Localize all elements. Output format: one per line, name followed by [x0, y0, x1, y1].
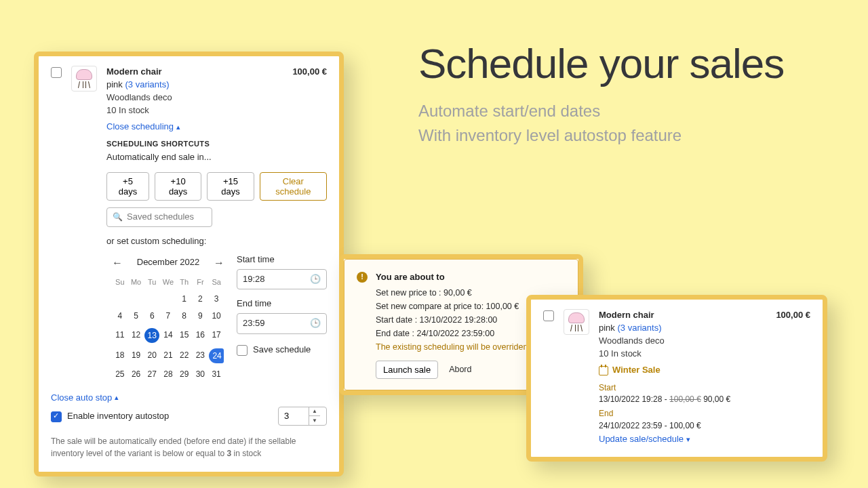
product-thumbnail [71, 66, 97, 92]
calendar-day[interactable]: 16 [193, 325, 209, 346]
calendar-day[interactable]: 3 [208, 291, 224, 308]
calendar-month: December 2022 [137, 256, 200, 269]
enable-autostop-checkbox[interactable] [51, 411, 62, 422]
calendar-day[interactable]: 2 [193, 291, 209, 308]
sale-badge: Winter Sale [599, 364, 660, 377]
calendar-prev-icon[interactable]: ← [112, 255, 123, 270]
shortcuts-sub: Automatically end sale in... [106, 151, 327, 164]
calendar-day[interactable]: 18 [112, 346, 128, 366]
calendar: ← December 2022 → SuMoTuWeThFrSa 1234567… [112, 253, 224, 383]
calendar-day[interactable]: 20 [144, 346, 160, 366]
calendar-day[interactable]: 17 [208, 325, 224, 346]
update-sale-link[interactable]: Update sale/schedule [599, 433, 690, 446]
start-time-value: 19:28 [243, 273, 265, 286]
sale-name: Winter Sale [612, 364, 660, 377]
autostop-quantity-input[interactable] [279, 411, 309, 421]
subtitle-line-2: With inventory level autostop feature [418, 123, 812, 148]
start-time-input[interactable]: 19:28 🕒 [237, 269, 327, 290]
calendar-day [160, 291, 176, 308]
chair-icon [76, 69, 92, 88]
calendar-next-icon[interactable]: → [214, 255, 224, 270]
calendar-day[interactable]: 5 [128, 308, 144, 325]
saved-schedules-search[interactable]: 🔍 Saved schedules [106, 207, 212, 227]
calendar-day [128, 291, 144, 308]
page-title: Schedule your sales [418, 41, 812, 87]
end-time-value: 23:59 [243, 317, 265, 330]
marketing-title: Schedule your sales Automate start/end d… [418, 41, 812, 148]
calendar-icon [599, 366, 608, 375]
end-time-input[interactable]: 23:59 🕒 [237, 313, 327, 334]
start-line: 13/10/2022 19:28 - 100,00 € 90,00 € [599, 394, 810, 405]
stepper-down-icon[interactable]: ▼ [309, 416, 320, 425]
calendar-day[interactable]: 6 [144, 308, 160, 325]
product-price: 100,00 € [776, 309, 810, 322]
clock-icon[interactable]: 🕒 [310, 273, 321, 286]
stepper-up-icon[interactable]: ▲ [309, 407, 320, 416]
calendar-day[interactable]: 15 [176, 325, 193, 346]
warning-icon: ! [357, 272, 368, 283]
calendar-grid[interactable]: SuMoTuWeThFrSa 1234567891011121314151617… [112, 274, 224, 383]
calendar-day[interactable]: 30 [193, 366, 209, 383]
search-icon: 🔍 [113, 211, 123, 223]
calendar-day[interactable]: 19 [128, 346, 144, 366]
calendar-day[interactable]: 14 [160, 325, 176, 346]
enable-autostop-label: Enable inventory autostop [67, 411, 169, 421]
calendar-day[interactable]: 12 [128, 325, 144, 346]
plus-15-days-button[interactable]: +15 days [207, 172, 254, 201]
autostop-help-text: The sale will be automatically ended (be… [51, 435, 327, 460]
plus-10-days-button[interactable]: +10 days [155, 172, 201, 201]
calendar-day[interactable]: 22 [176, 346, 193, 366]
variants-link[interactable]: (3 variants) [617, 323, 661, 333]
confirm-title: You are about to [376, 270, 566, 285]
variant-name: pink [599, 323, 615, 333]
custom-scheduling-label: or set custom scheduling: [106, 235, 327, 248]
product-thumbnail [564, 309, 589, 335]
calendar-day[interactable]: 28 [160, 366, 176, 383]
product-price: 100,00 € [292, 66, 327, 79]
end-time-label: End time [237, 298, 327, 310]
save-schedule-label: Save schedule [253, 344, 311, 357]
calendar-day[interactable]: 25 [112, 366, 128, 383]
end-line: 24/10/2022 23:59 - 100,00 € [599, 420, 810, 432]
plus-5-days-button[interactable]: +5 days [106, 172, 149, 201]
chair-icon [568, 312, 585, 331]
scheduling-card: Modern chair 100,00 € pink (3 variants) … [34, 52, 344, 476]
end-label: End [599, 408, 810, 420]
subtitle-line-1: Automate start/end dates [418, 99, 812, 123]
calendar-day[interactable]: 31 [208, 366, 224, 383]
clock-icon[interactable]: 🕒 [310, 317, 321, 330]
stock-level: 10 In stock [106, 104, 327, 117]
calendar-day[interactable]: 1 [176, 291, 193, 308]
calendar-day[interactable]: 23 [193, 346, 209, 366]
page-subtitle: Automate start/end dates With inventory … [418, 99, 812, 148]
calendar-day[interactable]: 21 [160, 346, 176, 366]
calendar-day[interactable]: 4 [112, 308, 128, 325]
calendar-day[interactable]: 9 [193, 308, 209, 325]
close-autostop-toggle[interactable]: Close auto stop [51, 392, 119, 403]
product-checkbox[interactable] [543, 310, 554, 321]
start-label: Start [599, 382, 810, 394]
calendar-day[interactable]: 24 [208, 346, 224, 366]
calendar-day[interactable]: 10 [208, 308, 224, 325]
product-checkbox[interactable] [51, 67, 62, 78]
clear-schedule-button[interactable]: Clear schedule [260, 172, 327, 201]
search-placeholder: Saved schedules [127, 211, 194, 224]
product-name: Modern chair [599, 309, 654, 322]
calendar-day [144, 291, 160, 308]
variants-link[interactable]: (3 variants) [125, 79, 169, 89]
shortcuts-caption: SCHEDULING SHORTCUTS [106, 139, 327, 150]
autostop-quantity-stepper[interactable]: ▲ ▼ [278, 407, 327, 426]
calendar-day[interactable]: 26 [128, 366, 144, 383]
calendar-day[interactable]: 27 [144, 366, 160, 383]
calendar-day[interactable]: 11 [112, 325, 128, 346]
abort-link[interactable]: Abord [449, 363, 471, 376]
calendar-day[interactable]: 8 [176, 308, 193, 325]
calendar-day[interactable]: 13 [144, 325, 160, 346]
save-schedule-checkbox[interactable] [237, 345, 248, 356]
close-scheduling-toggle[interactable]: Close scheduling [106, 121, 180, 134]
scheduled-state-card: Modern chair 100,00 € pink (3 variants) … [526, 295, 827, 462]
calendar-day[interactable]: 29 [176, 366, 193, 383]
launch-sale-button[interactable]: Launch sale [376, 361, 438, 379]
vendor-name: Woodlands deco [106, 92, 327, 104]
calendar-day[interactable]: 7 [160, 308, 176, 325]
